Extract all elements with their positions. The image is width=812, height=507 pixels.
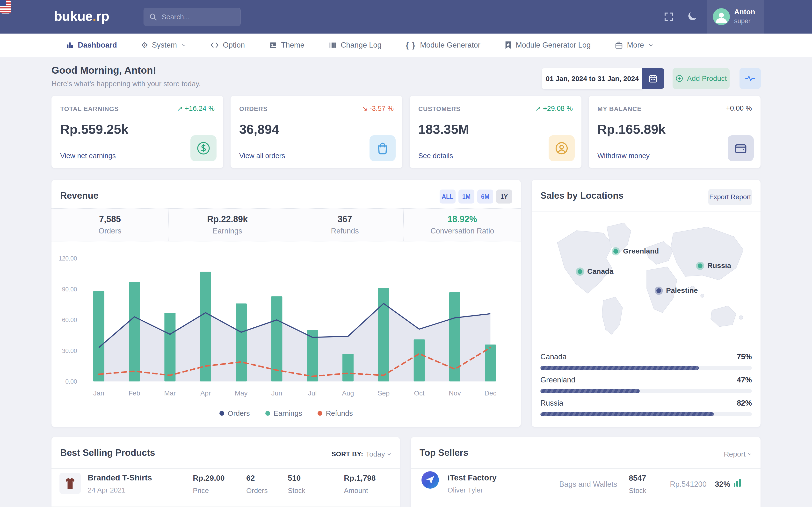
divider: [532, 211, 761, 212]
svg-text:Apr: Apr: [200, 389, 211, 397]
search-input[interactable]: [161, 8, 237, 26]
nav-label: Change Log: [341, 41, 382, 50]
filter-1m-button[interactable]: 1M: [458, 189, 474, 204]
page-subtitle: Here's what's happening with your store …: [51, 80, 201, 88]
activity-button[interactable]: [740, 68, 761, 89]
shopping-bag-icon: [369, 135, 396, 161]
add-product-button[interactable]: Add Product: [672, 68, 729, 89]
user-role: super: [734, 17, 751, 25]
nav-item-theme[interactable]: Theme: [269, 41, 304, 50]
seller-owner: Oliver Tyler: [448, 486, 483, 494]
export-report-button[interactable]: Export Report: [708, 189, 752, 205]
dark-mode-moon-icon[interactable]: [686, 11, 698, 24]
marker-canada[interactable]: [576, 268, 584, 276]
language-flag-icon[interactable]: [0, 0, 11, 13]
add-product-label: Add Product: [687, 74, 727, 82]
marker-palestine[interactable]: [655, 287, 663, 295]
see-details-link[interactable]: See details: [418, 152, 453, 160]
nav-item-module-generator[interactable]: { } Module Generator: [406, 41, 480, 50]
nav-item-more[interactable]: More: [615, 41, 653, 50]
stat-label: ORDERS: [239, 105, 267, 113]
gear-icon: ⚙: [141, 41, 148, 49]
legend-item-refunds[interactable]: Refunds: [317, 409, 353, 417]
marker-russia[interactable]: [696, 262, 704, 270]
report-control: Report: [724, 450, 752, 458]
nav-item-change-log[interactable]: Change Log: [329, 41, 382, 50]
search-box[interactable]: [144, 8, 241, 26]
marker-greenland[interactable]: [612, 247, 620, 256]
top-header-bar: bukue.rp Anton: [0, 0, 812, 34]
user-menu[interactable]: Anton super: [707, 0, 764, 34]
mini-bar-chart-icon: [734, 479, 741, 487]
progress-track: [540, 389, 752, 393]
stat-card-total-earnings: TOTAL EARNINGS ↗ +16.24 % Rp.559.25k Vie…: [51, 96, 223, 168]
code-icon: [210, 42, 219, 49]
barcode-icon: [329, 41, 337, 49]
revenue-title: Revenue: [60, 190, 98, 201]
wallet-icon: [728, 135, 754, 161]
app-logo[interactable]: bukue.rp: [54, 8, 109, 24]
revenue-stat-orders: 7,585 Orders: [51, 209, 168, 241]
paper-plane-icon: [425, 475, 436, 485]
sort-by-select[interactable]: Today: [366, 450, 391, 458]
nav-label: More: [627, 41, 644, 50]
svg-text:120.00: 120.00: [59, 255, 77, 262]
product-name: Branded T-Shirts: [88, 473, 152, 483]
revenue-panel: Revenue ALL 1M 6M 1Y 7,585 Orders Rp.22.…: [51, 180, 521, 427]
chevron-down-icon: [648, 43, 653, 48]
nav-label: Theme: [281, 41, 304, 50]
legend-label: Orders: [227, 409, 250, 417]
stat-value: Rp.559.25k: [60, 122, 128, 137]
legend-item-orders[interactable]: Orders: [219, 409, 250, 417]
progress-fill: [540, 366, 699, 370]
revenue-chart[interactable]: 0.0030.0060.0090.00120.00JanFebMarAprMay…: [59, 250, 513, 404]
sales-title: Sales by Locations: [540, 190, 623, 201]
view-all-orders-link[interactable]: View all orders: [239, 152, 285, 160]
svg-text:Feb: Feb: [129, 389, 140, 397]
main-nav: Dashboard ⚙ System Option Theme Change L…: [0, 34, 812, 57]
nav-item-dashboard[interactable]: Dashboard: [66, 41, 117, 50]
divider: [411, 468, 761, 469]
bar-chart-icon: [66, 41, 74, 49]
nav-item-module-generator-log[interactable]: Module Generator Log: [505, 41, 591, 50]
svg-text:Jul: Jul: [308, 389, 317, 397]
filter-1y-button[interactable]: 1Y: [496, 189, 512, 204]
stat-delta: ↗ +29.08 %: [535, 104, 573, 113]
withdraw-money-link[interactable]: Withdraw money: [597, 152, 650, 160]
logo-dot: .: [93, 8, 96, 24]
calendar-button[interactable]: [642, 68, 664, 89]
chevron-down-icon: [181, 43, 186, 48]
filter-all-button[interactable]: ALL: [440, 189, 456, 204]
nav-label: Module Generator Log: [516, 41, 591, 50]
marker-label-russia: Russia: [707, 262, 731, 270]
nav-item-system[interactable]: ⚙ System: [141, 41, 186, 50]
stat-label: MY BALANCE: [597, 105, 642, 113]
legend-label: Refunds: [326, 409, 353, 417]
flag-canton: [0, 0, 6, 6]
svg-text:Jan: Jan: [93, 389, 104, 397]
user-name: Anton: [734, 8, 755, 16]
product-date: 24 Apr 2021: [88, 486, 125, 494]
report-select[interactable]: Report: [724, 450, 752, 458]
marker-label-greenland: Greenland: [623, 247, 659, 255]
svg-text:30.00: 30.00: [62, 347, 77, 354]
nav-item-option[interactable]: Option: [210, 41, 245, 50]
pulse-icon: [745, 74, 755, 82]
nav-label: System: [152, 41, 177, 50]
view-net-earnings-link[interactable]: View net earnings: [60, 152, 116, 160]
world-map[interactable]: Greenland Canada Russia Palestine: [543, 216, 749, 337]
date-range-input[interactable]: [542, 68, 643, 89]
filter-6m-button[interactable]: 6M: [477, 189, 493, 204]
product-stock: 510: [288, 474, 301, 483]
stat-value: 183.35M: [418, 122, 469, 137]
trend-down-icon: ↘: [362, 105, 367, 112]
svg-text:Oct: Oct: [414, 389, 424, 397]
nav-label: Module Generator: [420, 41, 480, 50]
fullscreen-icon[interactable]: [663, 11, 675, 24]
svg-text:Jun: Jun: [271, 389, 282, 397]
product-orders: 62: [246, 474, 255, 483]
seller-stock: 8547: [629, 474, 646, 483]
chevron-down-icon: [748, 452, 752, 456]
svg-text:0.00: 0.00: [65, 378, 77, 385]
legend-item-earnings[interactable]: Earnings: [265, 409, 302, 417]
